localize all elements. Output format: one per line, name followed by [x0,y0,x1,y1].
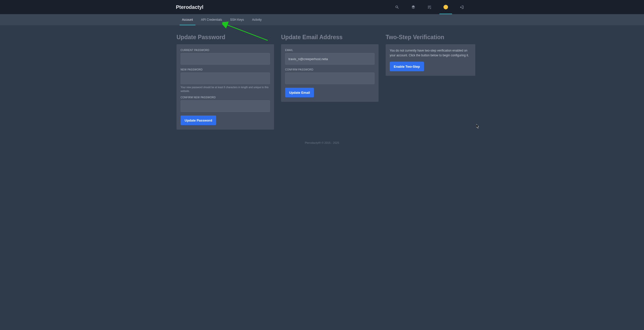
confirm-password-input[interactable] [285,73,375,84]
new-password-hint: Your new password should be at least 8 c… [181,86,270,93]
new-password-input[interactable] [181,73,270,84]
twostep-section: Two-Step Verification You do not current… [386,34,475,130]
password-section: Update Password CURRENT PASSWORD NEW PAS… [177,34,274,130]
update-password-button[interactable]: Update Password [181,115,216,125]
brand-title[interactable]: Pterodactyl [176,4,204,10]
email-label: EMAIL [285,49,375,52]
update-email-button[interactable]: Update Email [285,88,314,97]
mouse-cursor [476,124,480,129]
topbar: Pterodactyl [0,0,644,14]
enable-two-step-button[interactable]: Enable Two-Step [390,62,424,71]
tab-account[interactable]: Account [178,14,197,25]
new-password-label: NEW PASSWORD [181,68,270,71]
logout-icon[interactable] [456,0,468,14]
email-section: Update Email Address EMAIL CONFIRM PASSW… [281,34,379,130]
password-title: Update Password [177,34,274,41]
twostep-body: You do not currently have two-step verif… [390,48,471,58]
avatar [443,5,448,9]
confirm-password-label: CONFIRM PASSWORD [285,68,375,71]
tab-api-credentials[interactable]: API Credentials [197,14,226,25]
search-icon[interactable] [391,0,404,14]
confirm-new-password-input[interactable] [181,100,270,112]
avatar-button[interactable] [439,0,452,14]
tab-ssh-keys[interactable]: SSH Keys [226,14,248,25]
current-password-label: CURRENT PASSWORD [181,49,270,52]
email-title: Update Email Address [281,34,379,41]
twostep-card: You do not currently have two-step verif… [386,44,475,76]
email-card: EMAIL CONFIRM PASSWORD Update Email [281,44,379,102]
layers-icon[interactable] [407,0,420,14]
footer-text: Pterodactyl® © 2015 - 2025 [177,141,467,144]
password-card: CURRENT PASSWORD NEW PASSWORD Your new p… [177,44,274,130]
confirm-new-password-label: CONFIRM NEW PASSWORD [181,96,270,99]
topbar-icons [391,0,468,14]
page-content: Update Password CURRENT PASSWORD NEW PAS… [170,25,474,144]
tab-activity[interactable]: Activity [248,14,266,25]
subnav: Account API Credentials SSH Keys Activit… [0,14,644,25]
twostep-title: Two-Step Verification [386,34,475,41]
current-password-input[interactable] [181,53,270,65]
email-input[interactable] [285,53,375,65]
sliders-icon[interactable] [423,0,436,14]
